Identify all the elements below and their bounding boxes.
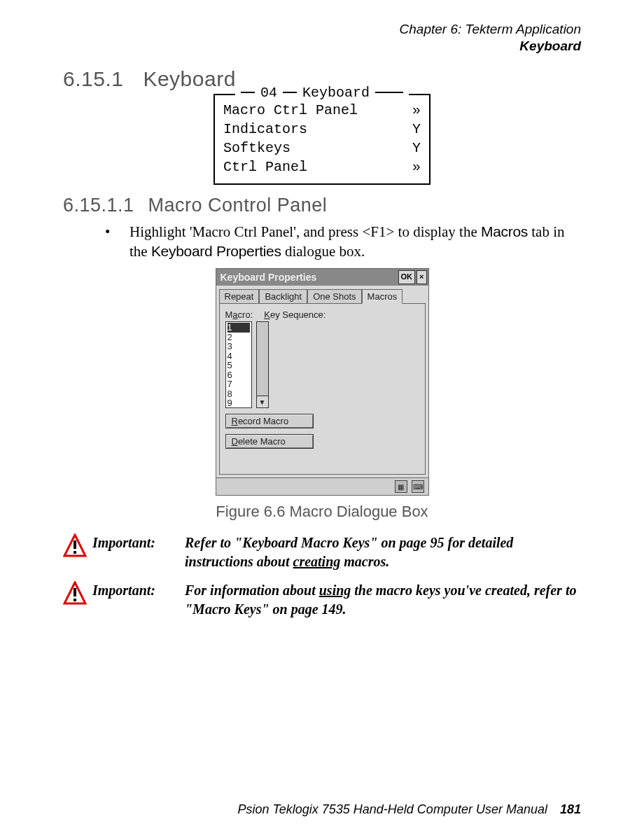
delete-macro-button[interactable]: Delete Macro (225, 434, 314, 449)
page-footer: Psion Teklogix 7535 Hand-Held Computer U… (237, 802, 581, 817)
chapter-title: Chapter 6: Tekterm Application (63, 21, 581, 38)
important-callout-1: Important: Refer to "Keyboard Macro Keys… (63, 533, 581, 571)
keyboard-tray-icon[interactable]: ⌨ (412, 480, 424, 493)
important-callout-2: Important: For information about using t… (63, 581, 581, 619)
scrollbar[interactable]: ▼ (256, 321, 269, 408)
svg-rect-1 (74, 540, 76, 549)
terminal-menu: 04 Keyboard Macro Ctrl Panel» Indicators… (214, 94, 430, 185)
dialog-title: Keyboard Properties (220, 272, 317, 283)
terminal-legend: 04 Keyboard (235, 85, 409, 101)
rule-icon (283, 92, 297, 93)
rule-icon (241, 92, 255, 93)
tab-panel-macros: Macro: Key Sequence: 1 2 3 4 5 6 7 8 9 ▼ (219, 303, 426, 475)
page-header: Chapter 6: Tekterm Application Keyboard (63, 21, 581, 55)
tab-repeat[interactable]: Repeat (219, 289, 260, 304)
macro-label: Macro: (225, 309, 253, 320)
svg-rect-4 (74, 588, 76, 596)
taskbar: ▦ ⌨ (216, 477, 428, 495)
menu-row: Macro Ctrl Panel» (223, 101, 421, 120)
tab-backlight[interactable]: Backlight (259, 289, 307, 304)
warning-icon (63, 581, 92, 608)
tab-macros[interactable]: Macros (362, 289, 403, 304)
tabs: Repeat Backlight One Shots Macros (216, 286, 428, 303)
bullet-icon: • (105, 222, 130, 262)
menu-row: IndicatorsY (223, 120, 421, 139)
menu-row: SoftkeysY (223, 139, 421, 158)
figure-caption: Figure 6.6 Macro Dialogue Box (63, 503, 581, 521)
menu-row: Ctrl Panel» (223, 158, 421, 176)
ok-button[interactable]: OK (398, 270, 416, 284)
keyboard-properties-dialog: Keyboard Properties OK × Repeat Backligh… (216, 268, 429, 496)
macro-listbox[interactable]: 1 2 3 4 5 6 7 8 9 (225, 321, 252, 408)
list-item[interactable]: 9 (227, 398, 232, 408)
dialog-titlebar: Keyboard Properties OK × (216, 269, 428, 286)
key-sequence-label: Key Sequence: (264, 309, 326, 320)
tray-icon[interactable]: ▦ (395, 480, 407, 493)
section-heading-2: 6.15.1.1Macro Control Panel (63, 195, 581, 216)
svg-point-5 (74, 599, 77, 602)
close-button[interactable]: × (416, 270, 426, 284)
tab-one-shots[interactable]: One Shots (307, 289, 361, 304)
body-paragraph: • Highlight 'Macro Ctrl Panel', and pres… (105, 222, 581, 262)
list-item[interactable]: 1 (227, 323, 250, 333)
svg-point-2 (74, 551, 77, 554)
section-name: Keyboard (63, 38, 581, 55)
rule-icon (375, 92, 403, 93)
scroll-down-icon[interactable]: ▼ (257, 396, 268, 407)
warning-icon (63, 533, 92, 560)
record-macro-button[interactable]: Record Macro (225, 414, 314, 428)
